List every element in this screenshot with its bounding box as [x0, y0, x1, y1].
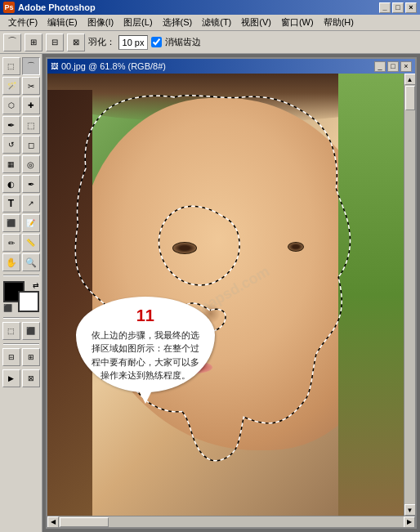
menu-help[interactable]: 帮助(H) — [319, 15, 359, 30]
vertical-scrollbar[interactable]: ▲ ▼ — [404, 74, 415, 516]
tool-hand[interactable]: ✋ — [2, 253, 20, 271]
tool-dodge[interactable]: ◐ — [2, 175, 20, 193]
tool-separator-3 — [3, 343, 39, 345]
tool-separator — [3, 275, 39, 276]
reset-colors-icon[interactable]: ⬛ — [3, 304, 12, 312]
speech-bubble: 11 依上边的步骤，我最终的选择区域如图所示：在整个过程中要有耐心，大家可以多操… — [76, 297, 215, 392]
scroll-down-button[interactable]: ▼ — [404, 504, 416, 516]
menu-file[interactable]: 文件(F) — [3, 15, 42, 30]
feather-label: 羽化： — [88, 36, 115, 48]
canvas-title-bar: 🖼 00.jpg @ 61.8% (RGB/8#) _ □ × — [47, 59, 415, 74]
main-area: ⬚ ⌒ 🪄 ✂ ⬡ ✚ ✒ ⬚ ↺ ◻ ▦ ◎ ◐ ✒ T ↗ — [0, 54, 420, 532]
canvas-container: 🖼 00.jpg @ 61.8% (RGB/8#) _ □ × — [42, 54, 420, 532]
scroll-track-h[interactable] — [59, 516, 404, 527]
tool-blur[interactable]: ◎ — [22, 155, 40, 173]
scroll-up-button[interactable]: ▲ — [404, 74, 416, 85]
intersect-selection-icon[interactable]: ⊠ — [67, 34, 85, 51]
bubble-text: 依上边的步骤，我最终的选择区域如图所示：在整个过程中要有耐心，大家可以多操作来达… — [87, 329, 203, 382]
scroll-left-button[interactable]: ◀ — [47, 516, 59, 528]
background-color[interactable] — [18, 291, 39, 312]
horizontal-scrollbar[interactable]: ◀ ▶ — [47, 516, 415, 527]
menu-filter[interactable]: 滤镜(T) — [197, 15, 236, 30]
tool-shape[interactable]: ⬛ — [2, 214, 20, 232]
right-eye — [288, 242, 304, 252]
toolbox: ⬚ ⌒ 🪄 ✂ ⬡ ✚ ✒ ⬚ ↺ ◻ ▦ ◎ ◐ ✒ T ↗ — [0, 54, 42, 532]
canvas-close[interactable]: × — [400, 61, 412, 72]
tool-text[interactable]: T — [2, 194, 20, 212]
tool-measure[interactable]: 📏 — [22, 234, 40, 252]
tool-zoom[interactable]: 🔍 — [22, 253, 40, 271]
tool-gradient[interactable]: ▦ — [2, 155, 20, 173]
close-button[interactable]: × — [405, 2, 417, 13]
add-selection-icon[interactable]: ⊞ — [25, 34, 42, 51]
canvas-minimize[interactable]: _ — [374, 61, 386, 72]
canvas-controls[interactable]: _ □ × — [374, 61, 412, 72]
antialias-checkbox[interactable] — [151, 37, 162, 47]
tool-marquee[interactable]: ⬚ — [2, 57, 20, 75]
tool-imageready[interactable]: ▶ — [2, 369, 20, 387]
scroll-right-button[interactable]: ▶ — [404, 516, 415, 528]
lasso-tool-icon[interactable]: ⌒ — [3, 34, 21, 51]
hair-left — [47, 90, 92, 516]
tool-screen-mode[interactable]: ⊟ — [2, 348, 20, 366]
tool-quickmask-off[interactable]: ⬚ — [2, 322, 20, 340]
title-bar: Ps Adobe Photoshop _ □ × — [0, 0, 420, 15]
menu-bar: 文件(F) 编辑(E) 图像(I) 图层(L) 选择(S) 滤镜(T) 视图(V… — [0, 15, 420, 31]
feather-input[interactable] — [118, 35, 148, 50]
tool-lasso[interactable]: ⌒ — [22, 57, 40, 75]
tool-stamp[interactable]: ⬚ — [22, 116, 40, 134]
menu-select[interactable]: 选择(S) — [158, 15, 198, 30]
tool-screen-mode-full2[interactable]: ⊠ — [22, 369, 40, 387]
antialias-label: 消锯齿边 — [165, 36, 201, 48]
swap-colors-icon[interactable]: ⇄ — [33, 281, 39, 289]
tool-notes[interactable]: 📝 — [22, 214, 40, 232]
color-boxes: ⇄ ⬛ — [3, 281, 39, 312]
menu-edit[interactable]: 编辑(E) — [42, 15, 83, 30]
canvas-image: chinapsd.com .marching-ants { fill: none… — [47, 74, 404, 516]
menu-image[interactable]: 图像(I) — [83, 15, 118, 30]
bubble-number: 11 — [87, 306, 203, 325]
scroll-thumb-v[interactable] — [405, 86, 415, 110]
canvas-viewport[interactable]: chinapsd.com .marching-ants { fill: none… — [47, 74, 404, 516]
tool-eraser[interactable]: ◻ — [22, 136, 40, 154]
menu-view[interactable]: 视图(V) — [236, 15, 276, 30]
bg-right — [338, 74, 404, 516]
tool-eyedropper[interactable]: ✏ — [2, 234, 20, 252]
canvas-with-scrollbar: chinapsd.com .marching-ants { fill: none… — [47, 74, 415, 516]
tool-screen-mode-full[interactable]: ⊞ — [22, 348, 40, 366]
scroll-track-v[interactable] — [404, 85, 415, 504]
tool-slice[interactable]: ⬡ — [2, 96, 20, 114]
canvas-window: 🖼 00.jpg @ 61.8% (RGB/8#) _ □ × — [46, 57, 417, 529]
canvas-maximize[interactable]: □ — [387, 61, 399, 72]
tool-pen[interactable]: ✒ — [22, 175, 40, 193]
photo-background: chinapsd.com .marching-ants { fill: none… — [47, 74, 404, 516]
tool-selection-path[interactable]: ↗ — [22, 194, 40, 212]
options-bar: ⌒ ⊞ ⊟ ⊠ 羽化： 消锯齿边 — [0, 31, 420, 54]
minimize-button[interactable]: _ — [379, 2, 391, 13]
canvas-title: 00.jpg @ 61.8% (RGB/8#) — [61, 61, 374, 71]
app-title: Adobe Photoshop — [18, 2, 379, 12]
tool-history-brush[interactable]: ↺ — [2, 136, 20, 154]
menu-layer[interactable]: 图层(L) — [118, 15, 157, 30]
left-eye — [172, 242, 197, 254]
menu-window[interactable]: 窗口(W) — [276, 15, 319, 30]
app-icon: Ps — [3, 2, 15, 13]
tool-healing[interactable]: ✚ — [22, 96, 40, 114]
subtract-selection-icon[interactable]: ⊟ — [46, 34, 64, 51]
tool-magic-wand[interactable]: 🪄 — [2, 77, 20, 95]
scroll-thumb-h[interactable] — [60, 517, 109, 527]
maximize-button[interactable]: □ — [392, 2, 404, 13]
tool-brush[interactable]: ✒ — [2, 116, 20, 134]
tool-quickmask-on[interactable]: ⬛ — [22, 322, 40, 340]
tool-crop[interactable]: ✂ — [22, 77, 40, 95]
title-controls[interactable]: _ □ × — [379, 2, 417, 13]
tool-separator-2 — [3, 317, 39, 319]
